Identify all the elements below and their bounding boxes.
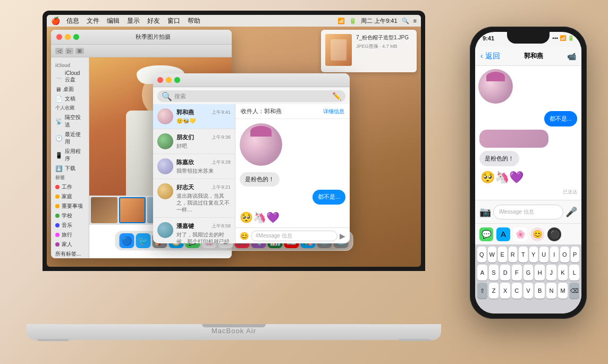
kb-key-u[interactable]: U xyxy=(539,247,548,263)
kb-key-e[interactable]: E xyxy=(498,247,507,263)
kb-key-r[interactable]: R xyxy=(509,247,518,263)
msg-time-1: 上午9:41 xyxy=(212,109,231,116)
messages-search-bar[interactable]: 🔍 搜索 ✏️ xyxy=(157,90,345,102)
sidebar-item-tag-important[interactable]: 重要事项 xyxy=(51,201,89,211)
kb-key-j[interactable]: J xyxy=(546,265,556,281)
iphone-app-sticker-icon[interactable]: ⚫ xyxy=(547,227,561,241)
msg-list-item-4[interactable]: 好志天 上午9:21 道出路说我说，当其之，我说过往复在又不一样… xyxy=(153,179,235,218)
control-center-icon[interactable]: ≡ xyxy=(413,18,417,24)
sidebar-item-downloads[interactable]: ⬇️ 下载 xyxy=(51,164,89,173)
kb-key-s[interactable]: S xyxy=(489,265,499,281)
kb-row-2: A S D F G H J K L xyxy=(477,265,579,281)
kb-key-v[interactable]: V xyxy=(523,283,534,299)
chat-input-field[interactable]: #Message 信息 xyxy=(251,231,337,241)
msg-list-item-chenjx[interactable]: 陈嘉欣 上午9:28 我带領拉米苏来 xyxy=(153,154,235,179)
messages-close-btn[interactable] xyxy=(157,77,163,83)
sidebar-item-tag-work[interactable]: 工作 xyxy=(51,182,89,192)
kb-key-f[interactable]: F xyxy=(512,265,522,281)
messages-window: 🔍 搜索 ✏️ 郭和燕 上午9:41 xyxy=(153,73,350,243)
msg-list-item-guoheyan[interactable]: 郭和燕 上午9:41 🙂🐝💛 xyxy=(153,104,235,129)
kb-key-b[interactable]: B xyxy=(535,283,545,299)
maximize-button[interactable] xyxy=(73,34,79,40)
sidebar-item-documents[interactable]: 📄 文稿 xyxy=(51,94,89,104)
kb-key-o[interactable]: O xyxy=(560,247,569,263)
iphone-input-field[interactable]: iMessage 信息 xyxy=(493,205,563,219)
iphone-app-memoji-icon[interactable]: 😊 xyxy=(530,227,544,241)
iphone-camera-icon[interactable]: 📷 xyxy=(479,206,491,218)
kb-key-x[interactable]: X xyxy=(500,283,510,299)
kb-key-w[interactable]: W xyxy=(488,247,497,263)
apple-logo-icon: 🍎 xyxy=(51,16,60,25)
toolbar-back[interactable]: ◁ xyxy=(55,48,63,54)
iphone-contact-name: 郭和燕 xyxy=(500,52,567,61)
iphone-app-photos-icon[interactable]: 🌸 xyxy=(513,227,527,241)
sidebar-item-icloud-drive[interactable]: ☁️ iCloud云盘 xyxy=(51,69,89,84)
messages-maximize-btn[interactable] xyxy=(174,77,180,83)
iphone-signal-icon: ▪▪▪ xyxy=(552,35,558,41)
msg-list-item-5[interactable]: 潘嘉键 上午8:58 对了，我期过去的时候，那个打印机就已经坏了。 xyxy=(153,218,235,243)
sidebar-item-recent[interactable]: 🕐 最近使用 xyxy=(51,130,89,147)
kb-key-a[interactable]: A xyxy=(477,265,487,281)
dock-icon-finder[interactable]: 🔵 xyxy=(120,233,134,248)
kb-key-c[interactable]: C xyxy=(512,283,522,299)
tag-dot-family xyxy=(55,242,60,247)
sidebar-item-tag-school[interactable]: 学校 xyxy=(51,211,89,221)
kb-key-k[interactable]: K xyxy=(558,265,568,281)
iphone-back-button[interactable]: ‹ 返回 xyxy=(480,52,500,61)
emoji-input-icon[interactable]: 😊 xyxy=(240,232,249,240)
toolbar-forward[interactable]: ▷ xyxy=(65,48,73,54)
kb-key-l[interactable]: L xyxy=(569,265,579,281)
kb-key-z[interactable]: Z xyxy=(489,283,499,299)
menu-help[interactable]: 帮助 xyxy=(188,16,200,26)
kb-key-n[interactable]: N xyxy=(546,283,556,299)
kb-key-m[interactable]: M xyxy=(558,283,568,299)
iphone-app-messages-icon[interactable]: 💬 xyxy=(479,227,493,241)
iphone-mic-icon[interactable]: 🎤 xyxy=(565,206,577,218)
kb-key-shift[interactable]: ⇧ xyxy=(477,283,487,299)
sidebar-item-tag-travel[interactable]: 旅行 xyxy=(51,230,89,240)
contact-name-4: 好志天 xyxy=(176,183,194,191)
menu-view[interactable]: 显示 xyxy=(127,16,140,26)
kb-key-y[interactable]: Y xyxy=(529,247,538,263)
msg-list-item-friends[interactable]: 朋友们 上午9:36 好吧 xyxy=(153,129,235,154)
iphone-video-button[interactable]: 📹 xyxy=(567,52,576,61)
kb-key-q[interactable]: Q xyxy=(477,247,486,263)
chat-detail-link[interactable]: 详细信息 xyxy=(323,108,344,115)
sidebar-tag-home: 家庭 xyxy=(62,193,72,200)
close-button[interactable] xyxy=(56,34,62,40)
iphone-delivered-status: 已送达 xyxy=(563,189,577,196)
kb-key-p[interactable]: P xyxy=(571,247,580,263)
dock-icon-twitter[interactable]: 🐦 xyxy=(136,233,151,248)
kb-key-t[interactable]: T xyxy=(519,247,528,263)
kb-key-h[interactable]: H xyxy=(535,265,545,281)
minimize-button[interactable] xyxy=(65,34,71,40)
kb-key-g[interactable]: G xyxy=(523,265,534,281)
iphone-app-row: 💬 A 🌸 😊 ⚫ xyxy=(475,223,581,244)
toolbar-view[interactable]: ⊞ xyxy=(75,48,84,54)
send-icon[interactable]: ▶ xyxy=(340,232,345,240)
file-meta: JPEG图像 · 4.7 MB xyxy=(356,43,412,50)
sidebar-item-all-tags[interactable]: 所有标签... xyxy=(51,249,89,258)
menu-friends[interactable]: 好友 xyxy=(147,16,160,26)
thumb-2[interactable] xyxy=(119,197,146,223)
sidebar-item-tag-music[interactable]: 音乐 xyxy=(51,221,89,230)
thumb-1[interactable] xyxy=(91,197,117,223)
menu-file[interactable]: 文件 xyxy=(87,16,99,26)
iphone-app-appstore-icon[interactable]: A xyxy=(496,227,510,241)
menu-messages[interactable]: 信息 xyxy=(66,16,79,26)
menu-edit[interactable]: 编辑 xyxy=(107,16,120,26)
kb-key-d[interactable]: D xyxy=(500,265,510,281)
msg-time-4: 上午9:21 xyxy=(212,184,231,191)
search-icon[interactable]: 🔍 xyxy=(402,18,409,24)
kb-key-delete[interactable]: ⌫ xyxy=(569,283,579,299)
sidebar-item-airdrop[interactable]: 📡 隔空投送 xyxy=(51,113,89,130)
menu-window[interactable]: 窗口 xyxy=(167,16,180,26)
messages-minimize-btn[interactable] xyxy=(166,77,172,83)
sidebar-item-apps[interactable]: 📱 应用程序 xyxy=(51,147,89,164)
sidebar-item-tag-home[interactable]: 家庭 xyxy=(51,192,89,201)
sidebar-item-tag-family[interactable]: 家人 xyxy=(51,240,89,249)
sidebar-item-desktop[interactable]: 🖥 桌面 xyxy=(51,84,89,94)
kb-key-i[interactable]: I xyxy=(550,247,559,263)
compose-icon[interactable]: ✏️ xyxy=(332,92,341,100)
iphone-photo-bubble xyxy=(479,130,548,147)
